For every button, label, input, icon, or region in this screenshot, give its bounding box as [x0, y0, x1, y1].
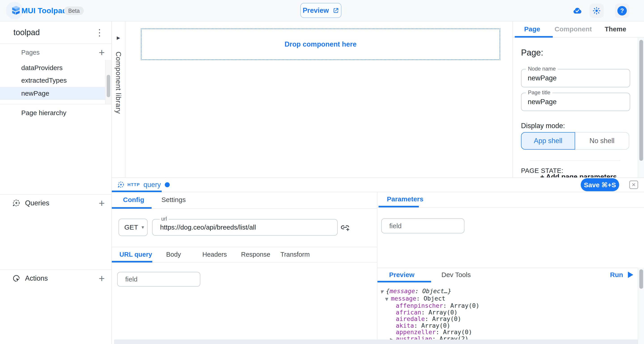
actions-section-label: Actions: [25, 270, 48, 287]
close-icon: ✕: [632, 182, 636, 188]
tree-expander-icon[interactable]: ▼: [380, 288, 386, 295]
query-tab[interactable]: HTTP query: [112, 178, 170, 192]
pages-scrollbar-thumb[interactable]: [107, 75, 110, 97]
tab-page[interactable]: Page: [524, 22, 540, 37]
tab-parameters[interactable]: Parameters: [387, 192, 423, 206]
query-name-label: query: [144, 181, 161, 189]
url-field: url: [152, 219, 338, 236]
url-query-field: [117, 272, 200, 287]
json-tree-line[interactable]: african: Array(0): [380, 309, 626, 316]
json-tree-line[interactable]: ▼{message: Object…}: [380, 288, 626, 295]
request-subtabs: URL query Body Headers Response Transfor…: [112, 247, 377, 262]
tree-expander-icon[interactable]: ▼: [385, 296, 391, 303]
results-scrollbar[interactable]: [638, 268, 644, 344]
tab-settings[interactable]: Settings: [162, 192, 186, 207]
active-tab-indicator: [378, 281, 431, 282]
pages-section-label: Pages: [21, 44, 40, 61]
json-tree-line[interactable]: affenpinscher: Array(0): [380, 302, 626, 309]
dock-header: HTTP query Save ⌘+S ✕: [112, 178, 644, 192]
cloud-check-icon: [572, 6, 583, 16]
preview-button[interactable]: Preview: [300, 3, 342, 18]
node-name-field: Node name: [521, 69, 630, 87]
external-link-icon: [332, 7, 339, 14]
pages-scrollbar[interactable]: [105, 60, 111, 104]
project-row: toolpad ⋮: [0, 22, 111, 44]
request-row: GET ▾ url: [112, 209, 377, 247]
toggle-app-shell[interactable]: App shell: [521, 132, 575, 150]
tab-response[interactable]: Response: [241, 247, 270, 262]
help-button[interactable]: ?: [615, 4, 629, 18]
tab-url-query[interactable]: URL query: [120, 247, 152, 262]
plus-icon: +: [540, 173, 546, 177]
inspector-scrollbar[interactable]: [638, 38, 644, 177]
page-item-label: newPage: [21, 90, 49, 97]
tab-preview[interactable]: Preview: [389, 268, 414, 281]
page-hierarchy-label: Page hierarchy: [21, 104, 66, 121]
json-tree-line[interactable]: akita: Array(0): [380, 322, 626, 329]
parameter-field-input[interactable]: [381, 218, 464, 233]
page-title-label: Page title: [526, 89, 552, 96]
toggle-no-shell[interactable]: No shell: [575, 132, 629, 150]
add-action-button[interactable]: +: [96, 273, 107, 284]
page-item-label: dataProviders: [21, 64, 62, 71]
pages-section-header: Pages +: [0, 44, 111, 61]
queries-section-label: Queries: [25, 195, 50, 212]
tab-transform[interactable]: Transform: [280, 247, 310, 262]
query-tab-icon: [117, 181, 125, 189]
add-page-button[interactable]: +: [96, 47, 107, 58]
sidebar-item-newpage[interactable]: newPage: [0, 87, 105, 100]
tab-body[interactable]: Body: [166, 247, 181, 262]
preview-button-label: Preview: [302, 7, 329, 15]
sidebar-item-extractedtypes[interactable]: extractedTypes: [0, 74, 105, 87]
sidebar-item-dataproviders[interactable]: dataProviders: [0, 61, 105, 74]
queries-section-header: Queries +: [0, 195, 111, 212]
query-config-column: Config Settings GET ▾ url: [112, 192, 378, 344]
active-tab-indicator: [112, 261, 152, 262]
tab-config[interactable]: Config: [123, 192, 144, 207]
actions-section-header: Actions +: [0, 270, 111, 287]
component-library-label: Component library: [114, 52, 122, 114]
save-button[interactable]: Save ⌘+S: [581, 178, 619, 191]
display-mode-toggle: App shell No shell: [521, 132, 629, 150]
horizontal-scrollbar[interactable]: [114, 339, 638, 344]
active-tab-indicator: [378, 206, 419, 207]
json-tree-line[interactable]: airedale: Array(0): [380, 315, 626, 322]
add-page-parameters-button[interactable]: + Add page parameters: [513, 173, 644, 177]
divider: [530, 160, 620, 161]
drop-zone[interactable]: Drop component here: [141, 29, 500, 60]
add-query-button[interactable]: +: [96, 198, 107, 209]
tab-component[interactable]: Component: [554, 22, 592, 37]
toolpad-logo-icon: [9, 5, 20, 16]
close-editor-button[interactable]: ✕: [629, 181, 638, 189]
beta-badge: Beta: [64, 7, 84, 15]
sync-status-button[interactable]: [571, 5, 584, 17]
inspector-tabs: Page Component Theme: [513, 22, 644, 38]
inspector-heading: Page:: [521, 48, 543, 58]
query-protocol-label: HTTP: [128, 182, 140, 187]
http-method-select[interactable]: GET ▾: [118, 219, 148, 236]
project-menu-button[interactable]: ⋮: [94, 27, 105, 38]
tab-theme[interactable]: Theme: [605, 22, 626, 37]
inspector-panel: Page Component Theme Page: Node name Pag…: [512, 22, 644, 177]
json-tree-line[interactable]: appenzeller: Array(0): [380, 329, 626, 335]
url-input[interactable]: [152, 219, 338, 236]
unsaved-changes-dot: [165, 182, 170, 187]
app-header: MUI Toolpad Beta Preview ?: [0, 0, 644, 22]
project-name: toolpad: [14, 22, 40, 44]
theme-toggle-button[interactable]: [590, 4, 604, 18]
inspector-scrollbar-thumb[interactable]: [639, 40, 643, 161]
run-button-label: Run: [610, 271, 623, 279]
component-library-panel: ▸ Component library: [112, 22, 126, 177]
json-tree-line[interactable]: ▼message: Object: [380, 295, 626, 303]
query-result-column: Parameters Preview Dev Tools Run ▼{messa…: [378, 192, 644, 344]
expand-library-icon[interactable]: ▸: [112, 34, 125, 41]
config-tabs: Config Settings: [112, 192, 377, 209]
results-scrollbar-thumb[interactable]: [639, 269, 643, 289]
run-button[interactable]: Run: [610, 268, 633, 281]
tab-headers[interactable]: Headers: [202, 247, 227, 262]
queries-icon: [12, 199, 20, 207]
tab-dev-tools[interactable]: Dev Tools: [442, 268, 471, 281]
page-hierarchy-row[interactable]: Page hierarchy: [0, 104, 111, 121]
url-query-field-input[interactable]: [117, 272, 200, 287]
add-link-icon[interactable]: [340, 223, 350, 232]
